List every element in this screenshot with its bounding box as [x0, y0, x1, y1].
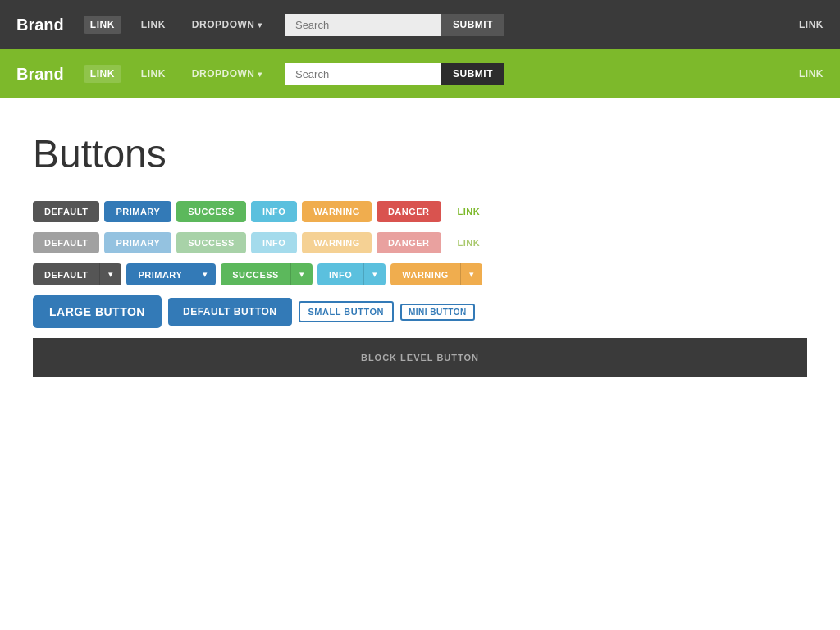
btn-split-success-main[interactable]: SUCCESS	[221, 263, 290, 285]
btn-large[interactable]: LARGE BUTTON	[33, 295, 162, 328]
btn-info-disabled[interactable]: INFO	[251, 232, 297, 253]
navbar1-link2[interactable]: LINK	[135, 16, 172, 34]
btn-split-success-caret[interactable]: ▾	[290, 263, 313, 285]
btn-link[interactable]: LINK	[446, 201, 492, 222]
navbar2-dropdown-caret: ▾	[258, 70, 262, 79]
btn-warning[interactable]: WARNING	[302, 201, 372, 222]
btn-split-default: DEFAULT ▾	[33, 263, 121, 285]
btn-split-primary-caret[interactable]: ▾	[194, 263, 216, 285]
navbar1-link1[interactable]: LINK	[84, 16, 121, 34]
navbar-green: Brand LINK LINK DROPDOWN ▾ SUBMIT LINK	[0, 49, 840, 98]
navbar2-search-input[interactable]	[285, 63, 441, 85]
button-row-normal: DEFAULT PRIMARY SUCCESS INFO WARNING DAN…	[33, 201, 807, 222]
btn-split-primary: PRIMARY ▾	[126, 263, 216, 285]
navbar1-search-input[interactable]	[285, 14, 441, 36]
btn-default[interactable]: DEFAULT	[33, 201, 99, 222]
btn-split-info-main[interactable]: INFO	[317, 263, 363, 285]
button-row-disabled: DEFAULT PRIMARY SUCCESS INFO WARNING DAN…	[33, 232, 807, 253]
btn-split-warning-caret[interactable]: ▾	[460, 263, 482, 285]
navbar2-dropdown[interactable]: DROPDOWN ▾	[185, 65, 269, 83]
btn-link-disabled[interactable]: LINK	[446, 232, 492, 253]
btn-split-warning: WARNING ▾	[390, 263, 482, 285]
navbar2-right-link[interactable]: LINK	[799, 68, 824, 80]
navbar2-search-form: SUBMIT	[285, 63, 504, 85]
btn-success-disabled[interactable]: SUCCESS	[176, 232, 246, 253]
button-row-split: DEFAULT ▾ PRIMARY ▾ SUCCESS ▾ INFO ▾ WAR…	[33, 263, 807, 285]
btn-default-size[interactable]: DEFAULT BUTTON	[168, 298, 292, 326]
btn-split-default-caret[interactable]: ▾	[99, 263, 121, 285]
navbar2-brand[interactable]: Brand	[16, 65, 64, 84]
btn-split-success: SUCCESS ▾	[221, 263, 313, 285]
navbar2-link1[interactable]: LINK	[84, 65, 121, 83]
btn-split-primary-main[interactable]: PRIMARY	[126, 263, 194, 285]
btn-danger-disabled[interactable]: DANGER	[377, 232, 441, 253]
btn-primary-disabled[interactable]: PRIMARY	[104, 232, 171, 253]
navbar1-submit-button[interactable]: SUBMIT	[441, 14, 504, 36]
btn-split-info: INFO ▾	[317, 263, 386, 285]
btn-default-disabled[interactable]: DEFAULT	[33, 232, 99, 253]
button-row-sizes: LARGE BUTTON DEFAULT BUTTON SMALL BUTTON…	[33, 295, 807, 328]
btn-info[interactable]: INFO	[251, 201, 297, 222]
navbar1-right-link[interactable]: LINK	[799, 19, 824, 30]
navbar-dark: Brand LINK LINK DROPDOWN ▾ SUBMIT LINK	[0, 0, 840, 49]
navbar1-brand[interactable]: Brand	[16, 16, 64, 34]
btn-split-info-caret[interactable]: ▾	[363, 263, 386, 285]
navbar2-submit-button[interactable]: SUBMIT	[441, 63, 504, 85]
block-button-bar: BLOCK LEVEL BUTTON	[33, 338, 807, 377]
navbar1-search-form: SUBMIT	[285, 14, 504, 36]
btn-block-level[interactable]: BLOCK LEVEL BUTTON	[49, 346, 791, 369]
btn-mini[interactable]: MINI BUTTON	[400, 304, 475, 321]
btn-primary[interactable]: PRIMARY	[104, 201, 171, 222]
btn-split-default-main[interactable]: DEFAULT	[33, 263, 99, 285]
buttons-section-title: Buttons	[33, 131, 807, 176]
btn-split-warning-main[interactable]: WARNING	[390, 263, 460, 285]
page-content: Buttons DEFAULT PRIMARY SUCCESS INFO WAR…	[0, 98, 840, 410]
btn-success[interactable]: SUCCESS	[176, 201, 246, 222]
btn-danger[interactable]: DANGER	[377, 201, 441, 222]
btn-small[interactable]: SMALL BUTTON	[299, 301, 394, 322]
navbar1-dropdown-caret: ▾	[258, 21, 262, 30]
navbar1-dropdown[interactable]: DROPDOWN ▾	[185, 16, 269, 34]
btn-warning-disabled[interactable]: WARNING	[302, 232, 372, 253]
navbar2-link2[interactable]: LINK	[135, 65, 172, 83]
